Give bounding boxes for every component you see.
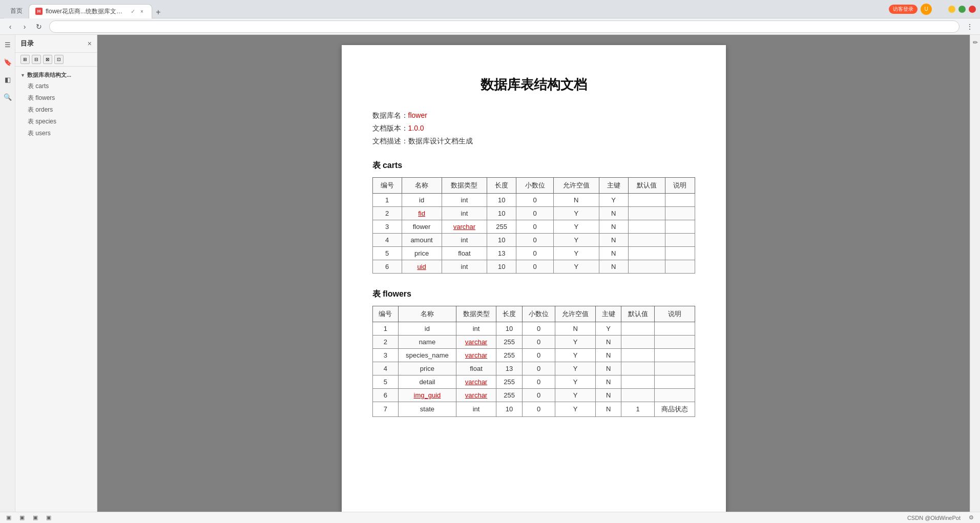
sidebar-icon-2[interactable]: ⊟	[32, 55, 41, 64]
csdn-badge[interactable]: 访客登录	[889, 5, 918, 14]
cell	[621, 362, 655, 375]
cell: int	[442, 233, 487, 246]
cell	[621, 335, 655, 348]
table-row: 1 id int 10 0 N Y	[372, 193, 695, 206]
pdf-viewer[interactable]: 数据库表结构文档 数据库名：flower 文档版本：1.0.0 文档描述：数据库…	[97, 35, 970, 512]
panel-toggle-icon[interactable]: ☰	[2, 39, 13, 50]
sidebar-users-label: 表 users	[28, 129, 51, 138]
col-header-desc: 说明	[654, 306, 695, 322]
cell: 255	[496, 348, 523, 362]
cell: Y	[555, 348, 596, 362]
cell: 10	[487, 193, 516, 206]
version-label: 文档版本：	[372, 124, 408, 132]
layers-icon[interactable]: ◧	[2, 74, 13, 85]
col-header-length: 长度	[487, 177, 516, 193]
cell: price	[402, 246, 442, 260]
cell: N	[595, 362, 621, 375]
col-header-length: 长度	[496, 306, 523, 322]
sidebar-species-label: 表 species	[28, 117, 56, 126]
cell: N	[599, 260, 628, 273]
cell: id	[402, 193, 442, 206]
cell: 2	[372, 335, 399, 348]
back-button[interactable]: ‹	[4, 20, 16, 33]
sidebar-icon-1[interactable]: ⊞	[20, 55, 30, 64]
more-button[interactable]: ⋮	[964, 20, 976, 33]
cell: varchar	[456, 348, 496, 362]
tab-close-button[interactable]: ×	[138, 8, 145, 15]
col-header-default: 默认值	[628, 177, 665, 193]
cell: 0	[516, 206, 554, 220]
minimize-button[interactable]	[948, 6, 955, 13]
sidebar-item-users[interactable]: 表 users	[15, 128, 97, 139]
cell: 0	[516, 246, 554, 260]
sidebar-item-carts[interactable]: 表 carts	[15, 80, 97, 92]
cell: varchar	[456, 375, 496, 388]
sidebar-close-button[interactable]: ×	[88, 39, 92, 48]
browser-toolbar: ‹ › ↻ ⋮	[0, 18, 980, 35]
tab-label: flower花店商...统数据库文档1.1	[46, 7, 128, 16]
sidebar-icon-3[interactable]: ⊠	[43, 55, 52, 64]
home-tab[interactable]: 首页	[4, 4, 29, 18]
cell	[665, 220, 695, 233]
cell: 0	[522, 348, 555, 362]
search-icon[interactable]: 🔍	[2, 91, 13, 102]
close-button[interactable]	[969, 6, 976, 13]
user-avatar[interactable]: U	[921, 4, 932, 15]
cell: 13	[487, 246, 516, 260]
main-layout: ☰ 🔖 ◧ 🔍 目录 × ⊞ ⊟ ⊠ ⊡ ▼ 数据库表结构文... 表 cart…	[0, 35, 980, 512]
cell: Y	[555, 402, 596, 416]
cell: 0	[522, 388, 555, 402]
cell	[654, 388, 695, 402]
sidebar-item-orders[interactable]: 表 orders	[15, 104, 97, 116]
sidebar-item-flowers[interactable]: 表 flowers	[15, 92, 97, 104]
cell: 0	[522, 375, 555, 388]
cell: 10	[496, 322, 523, 335]
cell: int	[442, 206, 487, 220]
address-bar[interactable]	[49, 20, 960, 33]
cell: detail	[399, 375, 456, 388]
maximize-button[interactable]	[958, 6, 966, 13]
cell: 7	[372, 402, 399, 416]
status-item-1: ▣	[6, 514, 11, 521]
sidebar-item-species[interactable]: 表 species	[15, 116, 97, 128]
cell: Y	[555, 335, 596, 348]
cell: 255	[496, 375, 523, 388]
tree-expand-icon: ▼	[20, 73, 25, 78]
forward-button[interactable]: ›	[18, 20, 31, 33]
cell	[621, 375, 655, 388]
cell	[654, 375, 695, 388]
right-edit-icon[interactable]: ✏	[970, 37, 981, 48]
new-tab-button[interactable]: +	[152, 6, 164, 18]
db-name-value: flower	[408, 111, 427, 119]
sidebar-tree: ▼ 数据库表结构文... 表 carts 表 flowers 表 orders …	[15, 67, 97, 142]
sidebar-icon-4[interactable]: ⊡	[54, 55, 64, 64]
carts-table: 编号 名称 数据类型 长度 小数位 允许空值 主键 默认值 说明 1 id	[372, 177, 695, 274]
cell: amount	[402, 233, 442, 246]
table-row: 5 price float 13 0 Y N	[372, 246, 695, 260]
cell	[654, 362, 695, 375]
tree-parent-item[interactable]: ▼ 数据库表结构文...	[15, 70, 97, 80]
cell: Y	[599, 193, 628, 206]
cell: N	[599, 246, 628, 260]
cell: 0	[522, 362, 555, 375]
table-row: 6 uid int 10 0 Y N	[372, 260, 695, 273]
cell	[654, 322, 695, 335]
cell: 5	[372, 375, 399, 388]
db-name-label: 数据库名：	[372, 111, 408, 119]
cell: 255	[496, 335, 523, 348]
cell	[628, 233, 665, 246]
bookmark-icon[interactable]: 🔖	[2, 56, 13, 68]
sidebar-orders-label: 表 orders	[28, 106, 53, 114]
cell	[665, 193, 695, 206]
cell: 1	[372, 193, 402, 206]
cell: 6	[372, 388, 399, 402]
carts-section-title: 表 carts	[372, 160, 695, 171]
refresh-button[interactable]: ↻	[33, 20, 45, 33]
table-row: 5 detail varchar 255 0 Y N	[372, 375, 695, 388]
col-header-type: 数据类型	[456, 306, 496, 322]
cell: id	[399, 322, 456, 335]
cell: 1	[621, 402, 655, 416]
tab-verify-icon: ✓	[131, 8, 135, 15]
document-tab[interactable]: H flower花店商...统数据库文档1.1 ✓ ×	[29, 4, 152, 18]
cell: 0	[522, 335, 555, 348]
